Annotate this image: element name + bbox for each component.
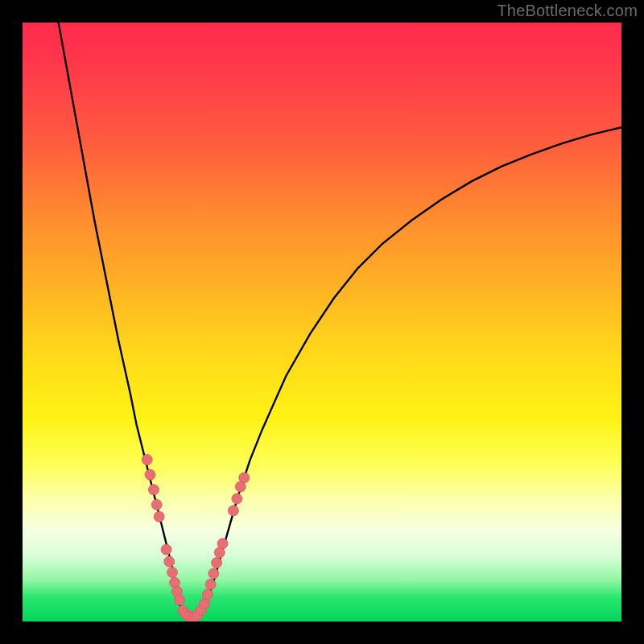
chart-plot-area (23, 23, 621, 621)
data-point (239, 473, 250, 483)
data-point (212, 558, 222, 568)
data-point (208, 568, 219, 579)
curve-path (59, 23, 621, 618)
watermark-label: TheBottleneck.com (497, 2, 638, 20)
data-points (142, 455, 250, 621)
chart-frame: TheBottleneck.com (0, 0, 644, 644)
data-point (205, 579, 216, 589)
data-point (145, 469, 155, 480)
bottleneck-curve (59, 23, 621, 618)
data-point (154, 511, 164, 522)
chart-svg (23, 23, 621, 621)
data-point (164, 556, 175, 567)
data-point (174, 595, 184, 605)
data-point (232, 493, 242, 504)
data-point (142, 455, 152, 465)
data-point (148, 485, 159, 495)
data-point (228, 506, 238, 516)
data-point (167, 567, 178, 577)
data-point (217, 539, 228, 549)
data-point (202, 589, 213, 600)
data-point (151, 499, 162, 510)
data-point (161, 544, 171, 555)
